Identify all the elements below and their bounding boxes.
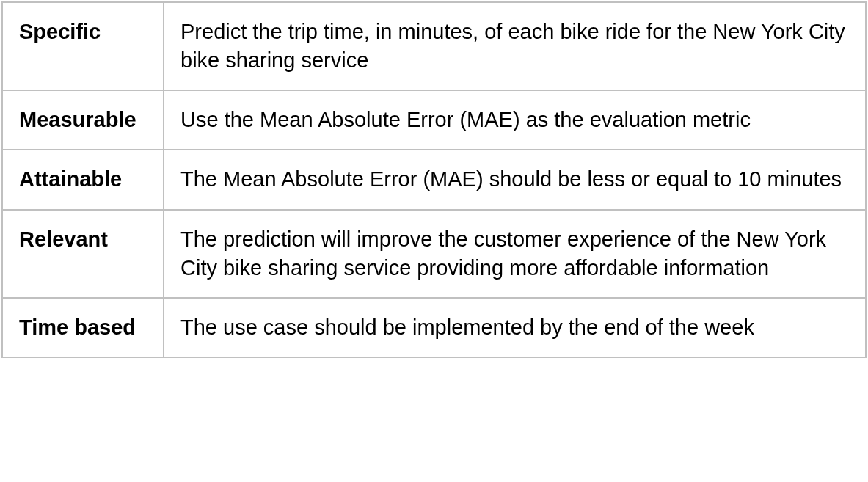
table-row: Relevant The prediction will improve the… <box>2 210 866 298</box>
row-label-measurable: Measurable <box>2 90 164 150</box>
table-row: Measurable Use the Mean Absolute Error (… <box>2 90 866 150</box>
smart-goals-table: Specific Predict the trip time, in minut… <box>1 1 867 358</box>
table-row: Time based The use case should be implem… <box>2 298 866 357</box>
row-value-timebased: The use case should be implemented by th… <box>164 298 866 357</box>
row-value-specific: Predict the trip time, in minutes, of ea… <box>164 2 866 90</box>
row-label-attainable: Attainable <box>2 150 164 209</box>
row-label-specific: Specific <box>2 2 164 90</box>
row-value-attainable: The Mean Absolute Error (MAE) should be … <box>164 150 866 209</box>
row-value-measurable: Use the Mean Absolute Error (MAE) as the… <box>164 90 866 150</box>
row-label-relevant: Relevant <box>2 210 164 298</box>
table-row: Attainable The Mean Absolute Error (MAE)… <box>2 150 866 209</box>
table-row: Specific Predict the trip time, in minut… <box>2 2 866 90</box>
row-value-relevant: The prediction will improve the customer… <box>164 210 866 298</box>
row-label-timebased: Time based <box>2 298 164 357</box>
